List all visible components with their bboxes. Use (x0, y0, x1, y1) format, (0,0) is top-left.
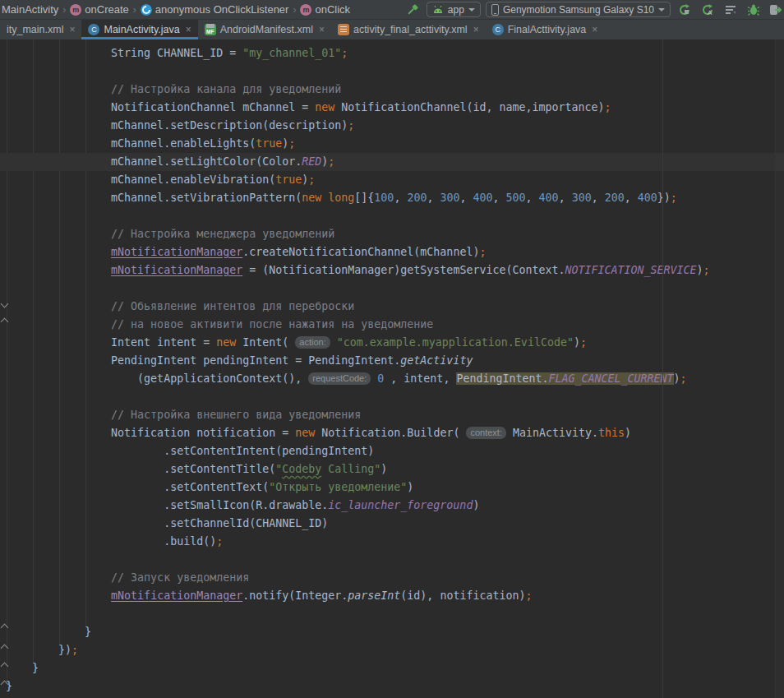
device-select[interactable]: Genymotion Samsung Galaxy S10 (486, 2, 671, 17)
debug-icon[interactable] (745, 2, 763, 18)
close-icon[interactable]: × (319, 24, 325, 35)
svg-text:A: A (708, 9, 713, 16)
code-line: mChannel.enableLights(true); (0, 135, 784, 153)
code-line: // Обьявление интентов для переброски (0, 298, 784, 316)
main-toolbar: MainActivity › m onCreate › anonymous On… (0, 0, 784, 20)
tab-label: MainActivity.java (104, 24, 179, 35)
breadcrumb-label: onClick (315, 3, 350, 16)
apply-changes-icon[interactable] (676, 2, 694, 18)
method-icon: m (70, 4, 81, 16)
chevron-down-icon (468, 8, 475, 12)
code-line (0, 388, 784, 406)
breadcrumb-label: MainActivity (2, 3, 58, 16)
code-line: } (0, 677, 784, 696)
code-line: // Настройка внешнего вида уведомления (0, 406, 784, 424)
code-line: // Запуск уведомления (0, 569, 784, 587)
breadcrumb: MainActivity › m onCreate › anonymous On… (0, 0, 352, 19)
layout-xml-file-icon (338, 24, 349, 35)
run-configuration-select[interactable]: app (427, 2, 481, 17)
code-line: (getApplicationContext(), requestCode: 0… (0, 370, 784, 388)
close-icon[interactable]: × (473, 24, 479, 35)
chevron-down-icon (658, 8, 665, 12)
breadcrumb-item-onclick[interactable]: m onClick (298, 3, 352, 16)
android-icon (432, 5, 444, 15)
right-margin-line (662, 39, 663, 698)
breadcrumb-separator: › (60, 4, 68, 16)
method-icon: m (300, 4, 311, 16)
code-line (0, 605, 784, 623)
code-line (0, 207, 784, 225)
tab-activity-main-xml[interactable]: ity_main.xml × (0, 20, 81, 39)
tab-label: FinalActtivity.java (508, 24, 587, 35)
code-line: // на новое активити после нажатия на ув… (0, 316, 784, 334)
code-line: .build(); (0, 533, 784, 551)
run-configuration-label: app (448, 4, 464, 16)
manifest-file-icon: MF (205, 24, 216, 35)
profiler-icon[interactable] (722, 2, 740, 18)
vertical-scrollbar[interactable] (775, 39, 784, 698)
code-line: mChannel.setLightColor(Color.RED); (0, 153, 784, 171)
breadcrumb-separator: › (131, 4, 139, 16)
tab-label: activity_final_acttivity.xml (353, 24, 468, 35)
attach-debugger-icon[interactable] (768, 2, 782, 18)
code-line (0, 280, 784, 298)
tab-mainactivity-java[interactable]: C MainActivity.java × (81, 20, 197, 39)
breadcrumb-item-anonymous[interactable]: anonymous OnClickListener (139, 3, 291, 16)
phone-icon (491, 4, 499, 16)
tab-activity-final-acttivity-xml[interactable]: activity_final_acttivity.xml × (331, 20, 486, 39)
code-line: .setContentText("Открыть уведомление") (0, 478, 784, 497)
apply-code-changes-icon[interactable]: A (699, 2, 717, 18)
code-line: .setChannelId(CHANNEL_ID) (0, 515, 784, 533)
breadcrumb-label: anonymous OnClickListener (155, 3, 289, 16)
code-editor[interactable]: String CHANNEL_ID = "my_channel_01"; // … (0, 39, 784, 698)
tab-finalacttivity-java[interactable]: C FinalActtivity.java × (486, 20, 605, 39)
tab-label: AndroidManifest.xml (220, 24, 313, 35)
code-line: .setContentIntent(pendingIntent) (0, 442, 784, 460)
code-line: mNotificationManager.notify(Integer.pars… (0, 587, 784, 605)
code-line: PendingIntent pendingIntent = PendingInt… (0, 352, 784, 370)
close-icon[interactable]: × (592, 24, 597, 35)
code-line (0, 62, 784, 81)
code-line: Notification notification = new Notifica… (0, 424, 784, 442)
breadcrumb-separator: › (290, 4, 298, 16)
code-line: Intent intent = new Intent( action: "com… (0, 334, 784, 352)
tab-label: ity_main.xml (7, 24, 63, 35)
close-icon[interactable]: × (69, 24, 75, 35)
code-line: .setContentTitle("Codeby Calling") (0, 460, 784, 478)
close-icon[interactable]: × (186, 24, 191, 35)
code-line: } (0, 623, 784, 641)
code-line (0, 551, 784, 569)
java-class-icon: C (492, 24, 504, 35)
breadcrumb-item-class[interactable]: MainActivity (0, 3, 60, 16)
code-line: } (0, 659, 784, 677)
code-line: mChannel.setVibrationPattern(new long[]{… (0, 189, 784, 207)
code-line: .setSmallIcon(R.drawable.ic_launcher_for… (0, 497, 784, 515)
code-line: NotificationChannel mChannel = new Notif… (0, 99, 784, 117)
breadcrumb-label: onCreate (85, 3, 128, 16)
code-line: // Настройка канала для уведомлений (0, 81, 784, 99)
code-line: mNotificationManager.createNotificationC… (0, 243, 784, 261)
tab-androidmanifest-xml[interactable]: MF AndroidManifest.xml × (198, 20, 331, 39)
code-line: mChannel.enableVibration(true); (0, 171, 784, 189)
code-lines: String CHANNEL_ID = "my_channel_01"; // … (0, 39, 784, 696)
device-label: Genymotion Samsung Galaxy S10 (503, 4, 654, 16)
java-class-icon: C (88, 24, 99, 35)
code-line: mNotificationManager = (NotificationMana… (0, 261, 784, 280)
editor-tab-bar: ity_main.xml × C MainActivity.java × MF … (0, 20, 784, 39)
code-line: mChannel.setDescription(description); (0, 117, 784, 135)
toolbar-controls: app Genymotion Samsung Galaxy S10 A (404, 0, 784, 19)
code-line: }); (0, 641, 784, 659)
code-line: // Настройка менеджера уведомлений (0, 225, 784, 243)
anonymous-class-icon (141, 4, 152, 16)
code-line: String CHANNEL_ID = "my_channel_01"; (0, 44, 784, 62)
build-hammer-icon[interactable] (404, 2, 422, 18)
breadcrumb-item-oncreate[interactable]: m onCreate (68, 3, 130, 16)
